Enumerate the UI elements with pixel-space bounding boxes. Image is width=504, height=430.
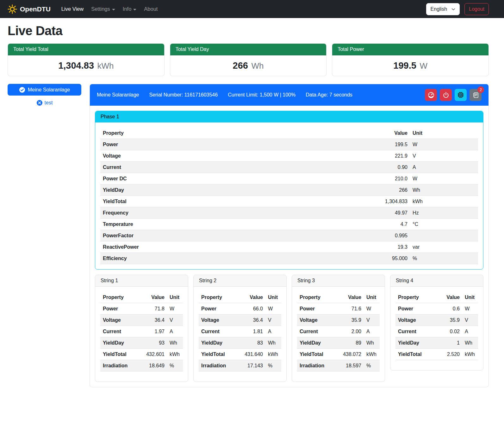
cell-unit: kWh xyxy=(265,349,281,360)
cell-prop: Temperature xyxy=(100,219,286,230)
cell-val: 93 xyxy=(138,337,167,349)
cell-val: 1.81 xyxy=(236,326,265,337)
table-row: Frequency49.97Hz xyxy=(100,207,478,219)
cell-prop: YieldDay xyxy=(100,184,286,196)
cell-val: 35.9 xyxy=(334,315,364,326)
table-row: YieldDay93Wh xyxy=(100,337,183,349)
cell-prop: Power xyxy=(199,303,236,315)
table-row: YieldTotal2.520kWh xyxy=(395,349,478,360)
cell-prop: Current xyxy=(100,326,138,337)
inverter-selected-button[interactable]: Meine Solaranlage xyxy=(8,84,81,96)
string-3-body: Property Value Unit Power71.6WVoltage35.… xyxy=(292,287,385,382)
cell-val: 1 xyxy=(436,337,462,349)
column-header-property: Property xyxy=(297,292,334,303)
limit-settings-button[interactable] xyxy=(425,89,437,101)
cell-unit: A xyxy=(462,326,478,337)
string-4-table: Property Value Unit Power0.6WVoltage35.9… xyxy=(395,292,478,360)
cell-unit: W xyxy=(410,173,478,184)
cell-val: 66.0 xyxy=(236,303,265,315)
cell-val: 221.9 xyxy=(286,150,410,162)
cell-unit: kWh xyxy=(462,349,478,360)
cell-prop: ReactivePower xyxy=(100,241,286,253)
column-header-value: Value xyxy=(138,292,167,303)
cell-prop: YieldTotal xyxy=(297,349,334,360)
cell-val: 18.649 xyxy=(138,360,167,371)
column-header-value: Value xyxy=(236,292,265,303)
nav-item-live-view[interactable]: Live View xyxy=(58,3,87,15)
total-yield-total-body: 1,304.83 kWh xyxy=(8,55,164,76)
cell-val: 83 xyxy=(236,337,265,349)
table-row: Voltage35.9V xyxy=(395,315,478,326)
device-info-button[interactable] xyxy=(455,89,467,101)
string-2-body: Property Value Unit Power66.0WVoltage36.… xyxy=(194,287,286,382)
chevron-down-icon xyxy=(451,7,455,11)
table-row: Current1.97A xyxy=(100,326,183,337)
cell-unit: V xyxy=(265,315,281,326)
table-row: PowerFactor0.995 xyxy=(100,230,478,241)
cell-prop: YieldDay xyxy=(199,337,236,349)
cell-prop: Irradiation xyxy=(199,360,236,371)
inverter-card: Meine Solaranlage Serial Number: 1161716… xyxy=(90,84,489,387)
total-yield-day-header: Total Yield Day xyxy=(170,44,327,55)
string-4-header: String 4 xyxy=(390,275,483,287)
total-yield-day-card: Total Yield Day 266 Wh xyxy=(170,43,327,76)
table-row: Voltage36.4V xyxy=(199,315,281,326)
column-header-unit: Unit xyxy=(364,292,380,303)
cell-val: 1.97 xyxy=(138,326,167,337)
event-log-button[interactable]: 2 xyxy=(470,89,482,101)
cell-prop: Voltage xyxy=(100,315,138,326)
cell-val: 95.000 xyxy=(286,253,410,264)
table-row: YieldDay266Wh xyxy=(100,184,478,196)
cell-val: 199.5 xyxy=(286,139,410,150)
cell-unit: W xyxy=(364,303,380,315)
cell-unit: A xyxy=(410,162,478,173)
cell-unit: Wh xyxy=(364,337,380,349)
cell-val: 2.520 xyxy=(436,349,462,360)
cell-prop: YieldTotal xyxy=(100,196,286,207)
table-row: Power199.5W xyxy=(100,139,478,150)
string-3-table: Property Value Unit Power71.6WVoltage35.… xyxy=(297,292,380,371)
nav-links: Live View Settings Info About xyxy=(58,3,162,15)
nav-item-about[interactable]: About xyxy=(140,3,161,15)
power-toggle-button[interactable] xyxy=(440,89,452,101)
string-2-table: Property Value Unit Power66.0WVoltage36.… xyxy=(199,292,281,371)
cell-unit: V xyxy=(410,150,478,162)
table-row: Power71.6W xyxy=(297,303,380,315)
cell-unit xyxy=(410,230,478,241)
phase-1-card: Phase 1 Property Value Unit Power199.5WV… xyxy=(95,111,483,270)
caret-down-icon xyxy=(133,9,136,10)
cell-unit: Wh xyxy=(462,337,478,349)
phase-1-body: Property Value Unit Power199.5WVoltage22… xyxy=(95,122,483,269)
cell-unit: W xyxy=(410,139,478,150)
cell-unit: A xyxy=(265,326,281,337)
nav-item-settings[interactable]: Settings xyxy=(87,3,119,15)
table-row: YieldDay83Wh xyxy=(199,337,281,349)
cell-prop: Current xyxy=(297,326,334,337)
journal-text-icon xyxy=(472,92,479,98)
inverter-limit: Current Limit: 1,500 W | 100% xyxy=(228,92,296,98)
brand-label: OpenDTU xyxy=(20,5,51,13)
column-header-value: Value xyxy=(436,292,462,303)
inverter-item-test[interactable]: test xyxy=(8,100,81,106)
table-row: Current2.00A xyxy=(297,326,380,337)
cell-prop: Frequency xyxy=(100,207,286,219)
cell-val: 4.7 xyxy=(286,219,410,230)
table-row: YieldTotal1,304.833kWh xyxy=(100,196,478,207)
table-row: Current1.81A xyxy=(199,326,281,337)
cell-prop: Current xyxy=(199,326,236,337)
table-row: Irradiation18.649% xyxy=(100,360,183,371)
brand[interactable]: OpenDTU xyxy=(8,4,51,14)
inverter-item-test-label: test xyxy=(45,100,53,106)
inverter-card-body: Phase 1 Property Value Unit Power199.5WV… xyxy=(90,106,488,387)
nav-item-info[interactable]: Info xyxy=(119,3,140,15)
cell-unit: kWh xyxy=(364,349,380,360)
language-select[interactable]: English xyxy=(426,3,460,15)
cell-unit: kWh xyxy=(167,349,183,360)
cell-unit: % xyxy=(410,253,478,264)
logout-button[interactable]: Logout xyxy=(464,3,489,15)
cell-val: 0.995 xyxy=(286,230,410,241)
cell-val: 1,304.833 xyxy=(286,196,410,207)
cell-prop: Power xyxy=(100,303,138,315)
cell-val: 0.6 xyxy=(436,303,462,315)
cell-unit: % xyxy=(167,360,183,371)
